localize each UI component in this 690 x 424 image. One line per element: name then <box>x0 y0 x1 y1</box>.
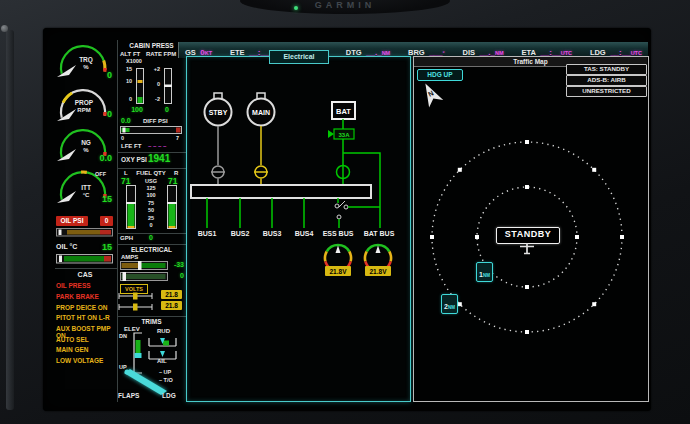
fuel-title: FUEL QTY <box>134 170 168 176</box>
cas-message: LOW VOLTAGE <box>56 357 118 364</box>
divider <box>117 40 118 402</box>
fuel-tick: 50 <box>140 207 162 213</box>
trq-label: TRQ <box>66 56 106 63</box>
fuel-tick: 0 <box>140 222 162 228</box>
outer-ring-label: 2NM <box>441 294 458 314</box>
ess-tie-contact-icon <box>337 215 341 219</box>
cabin-scale-mult: X1000 <box>126 58 142 64</box>
divider <box>55 268 117 269</box>
prop-gauge-arc <box>56 84 114 128</box>
ring-unit: NM <box>448 305 455 310</box>
flaps-ldg-label: LDG <box>162 392 176 399</box>
amps-main-bar <box>120 261 168 270</box>
cabin-diff-value: 0.0 <box>121 117 131 124</box>
bat-bus-volt-gauge: 21.8V <box>365 245 391 276</box>
cabin-rate-tick: +2 <box>148 66 160 72</box>
fuel-tick: 75 <box>140 200 162 206</box>
bar-pointer <box>167 202 177 204</box>
bat-amps-value: 33A <box>338 132 350 138</box>
lfe-label: LFE FT <box>121 143 141 149</box>
oil-press-label: OIL PSI <box>56 216 88 226</box>
bar-pointer <box>133 293 138 300</box>
bar-pointer <box>123 128 126 133</box>
cabin-diff-bar <box>120 126 182 134</box>
trim-pointer <box>160 351 165 357</box>
bar-pointer <box>164 85 172 88</box>
cabin-diff-max: 7 <box>176 135 179 141</box>
bat-volts-value: 21.8V <box>370 268 388 275</box>
cabin-diff-min: 0 <box>121 135 124 141</box>
cabin-alt-bar <box>136 68 144 104</box>
itt-value: 15 <box>86 194 112 204</box>
oil-press-value: 0 <box>100 216 113 226</box>
elec-title: ELECTRICAL <box>117 246 186 253</box>
fuel-flow-value: 0 <box>144 234 158 241</box>
amps-stby-value: 0 <box>164 272 184 279</box>
fuel-flow-label: GPH <box>120 235 133 241</box>
bat-label: BAT <box>336 107 351 116</box>
cas-message: PROP DEICE ON <box>56 304 118 311</box>
electrical-diagram: STBY MAIN BAT 33A BUS1 BUS2 BUS3 BUS4 ES… <box>186 56 411 402</box>
power-led <box>294 6 298 10</box>
cas-message: PITOT HT ON L-R <box>56 314 118 321</box>
volts-value-1: 21.8 <box>161 290 182 299</box>
fuel-tick: 100 <box>140 192 162 198</box>
cas-message: MAIN GEN <box>56 346 118 353</box>
oil-temp-value: 15 <box>86 242 112 252</box>
bus-label: BUS2 <box>231 230 250 237</box>
ail-label: AIL <box>157 358 167 364</box>
itt-label: ITT <box>66 184 106 191</box>
oil-press-bar <box>56 228 113 237</box>
cas-message: OIL PRESS <box>56 282 118 289</box>
prop-value: 0 <box>86 109 112 119</box>
divider <box>117 168 186 169</box>
ng-label: NG <box>66 139 106 146</box>
bar-pointer <box>123 272 127 281</box>
ess-tie-contact-icon <box>335 204 339 208</box>
trq-value: 0 <box>86 70 112 80</box>
cabin-alt-tick: 0 <box>118 96 132 102</box>
oil-temp-label: OIL °C <box>56 243 77 250</box>
bar-pointer <box>133 304 138 311</box>
cabin-rate-tick: -2 <box>148 96 160 102</box>
bar-pointer <box>59 256 62 263</box>
cas-message: AUTO SEL <box>56 336 118 343</box>
cabin-diff-label: DIFF PSI <box>143 118 168 124</box>
fuel-tick: 25 <box>140 215 162 221</box>
trim-pointer <box>135 353 142 358</box>
fuel-right-bar <box>167 185 177 229</box>
bus-label: ESS BUS <box>323 230 354 237</box>
ring-unit: NM <box>483 273 490 278</box>
elev-dn-label: DN <box>119 333 127 339</box>
bar-pointer <box>59 230 62 236</box>
ess-bus-volt-gauge: 21.8V <box>325 245 351 276</box>
ess-tie-contact-icon <box>344 205 348 209</box>
fuel-unit: USG <box>140 178 162 184</box>
main-label: MAIN <box>252 109 270 116</box>
oil-temp-bar <box>56 254 113 264</box>
cabin-alt-tick: 15 <box>118 66 132 72</box>
oxy-value: 1941 <box>148 153 170 164</box>
bus-label: BUS1 <box>198 230 217 237</box>
cabin-rate-bar <box>164 68 172 104</box>
fuel-tick: 125 <box>140 185 162 191</box>
fuel-left-bar <box>126 185 136 229</box>
cabin-alt-tick: 10 <box>118 78 132 84</box>
lfe-value: – – – – <box>148 143 166 149</box>
bus-label: BUS4 <box>295 230 314 237</box>
cabin-press-title: CABIN PRESS <box>117 42 186 49</box>
divider <box>117 244 186 245</box>
current-flow-arrow-icon <box>328 130 334 138</box>
divider <box>117 316 186 317</box>
stby-label: STBY <box>209 109 228 116</box>
flaps-up-label: – UP <box>159 369 171 375</box>
prop-label: PROP <box>64 99 104 106</box>
flaps-label: FLAPS <box>118 392 139 399</box>
rud-label: RUD <box>157 328 170 334</box>
gauge-needle <box>376 246 381 254</box>
garmin-logo: GARMIN <box>300 0 390 10</box>
amps-stby-bar <box>120 272 168 281</box>
ng-value: 0.0 <box>82 153 112 163</box>
bus-label: BAT BUS <box>364 230 395 237</box>
cabin-rate-tick: 0 <box>148 81 160 87</box>
